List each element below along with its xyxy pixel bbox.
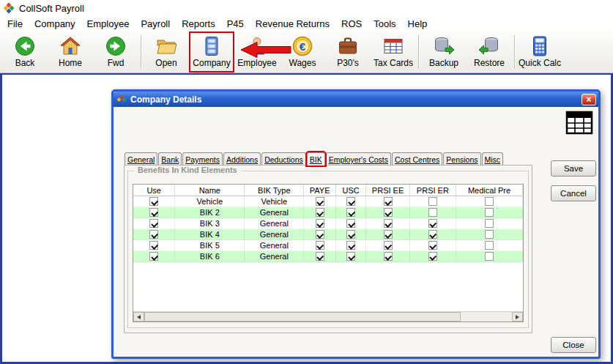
- toolbar-p30-s-button[interactable]: P30's: [326, 32, 370, 72]
- toolbar-tax-cards-button[interactable]: Tax Cards: [371, 32, 415, 72]
- cell-paye[interactable]: [304, 240, 336, 251]
- usc-checkbox[interactable]: [346, 252, 355, 261]
- scrollbar-thumb[interactable]: [144, 312, 461, 322]
- medical-prem-checkbox[interactable]: [485, 197, 494, 206]
- cell-bik-type[interactable]: Vehicle: [245, 196, 304, 207]
- cell-name[interactable]: BIK 3: [175, 218, 245, 229]
- scrollbar-track[interactable]: [144, 312, 512, 322]
- tab-general[interactable]: General: [125, 152, 157, 166]
- tab-bank[interactable]: Bank: [158, 152, 182, 166]
- prsi-er-checkbox[interactable]: [428, 208, 437, 217]
- paye-checkbox[interactable]: [316, 197, 324, 206]
- cell-medical-prem[interactable]: [456, 229, 523, 240]
- toolbar-home-button[interactable]: Home: [48, 32, 92, 72]
- prsi-er-checkbox[interactable]: [428, 241, 437, 250]
- cell-use[interactable]: [133, 229, 175, 240]
- usc-checkbox[interactable]: [346, 230, 355, 239]
- prsi-ee-checkbox[interactable]: [384, 241, 393, 250]
- cancel-button[interactable]: Cancel: [551, 185, 596, 201]
- cell-paye[interactable]: [304, 218, 336, 229]
- table-row[interactable]: VehicleVehicle: [133, 196, 523, 207]
- usc-checkbox[interactable]: [346, 197, 355, 206]
- close-icon[interactable]: ×: [582, 94, 596, 105]
- cell-usc[interactable]: [336, 240, 367, 251]
- cell-prsi-er[interactable]: [410, 218, 456, 229]
- medical-prem-checkbox[interactable]: [485, 208, 494, 217]
- medical-prem-checkbox[interactable]: [485, 252, 494, 261]
- cell-use[interactable]: [133, 207, 175, 218]
- paye-checkbox[interactable]: [316, 252, 324, 261]
- cell-bik-type[interactable]: General: [245, 240, 304, 251]
- tab-payments[interactable]: Payments: [182, 152, 223, 166]
- horizontal-scrollbar[interactable]: [133, 311, 523, 322]
- tab-pensions[interactable]: Pensions: [443, 152, 480, 166]
- menu-p45[interactable]: P45: [221, 17, 250, 31]
- toolbar-company-button[interactable]: Company: [190, 32, 234, 72]
- prsi-ee-checkbox[interactable]: [384, 197, 393, 206]
- tab-additions[interactable]: Additions: [223, 152, 261, 166]
- save-button[interactable]: Save: [551, 160, 596, 177]
- prsi-er-checkbox[interactable]: [428, 252, 437, 261]
- use-checkbox[interactable]: [149, 219, 158, 228]
- cell-medical-prem[interactable]: [456, 251, 523, 262]
- toolbar-fwd-button[interactable]: Fwd: [94, 32, 138, 72]
- prsi-ee-checkbox[interactable]: [384, 252, 393, 261]
- menu-employee[interactable]: Employee: [81, 17, 135, 31]
- cell-medical-prem[interactable]: [456, 207, 523, 218]
- cell-usc[interactable]: [336, 207, 367, 218]
- prsi-er-checkbox[interactable]: [428, 197, 437, 206]
- menu-company[interactable]: Company: [29, 17, 81, 31]
- cell-prsi-er[interactable]: [410, 207, 456, 218]
- table-row[interactable]: BIK 5General: [133, 240, 523, 251]
- cell-name[interactable]: BIK 5: [175, 240, 245, 251]
- tab-deductions[interactable]: Deductions: [261, 152, 306, 166]
- cell-prsi-er[interactable]: [410, 240, 456, 251]
- menu-file[interactable]: File: [1, 17, 29, 31]
- cell-bik-type[interactable]: General: [245, 207, 304, 218]
- cell-bik-type[interactable]: General: [245, 229, 304, 240]
- toolbar-back-button[interactable]: Back: [3, 32, 47, 72]
- cell-paye[interactable]: [304, 196, 336, 207]
- medical-prem-checkbox[interactable]: [485, 241, 494, 250]
- menu-reports[interactable]: Reports: [176, 17, 221, 31]
- cell-paye[interactable]: [304, 251, 336, 262]
- menu-payroll[interactable]: Payroll: [135, 17, 176, 31]
- paye-checkbox[interactable]: [316, 241, 324, 250]
- cell-prsi-ee[interactable]: [366, 240, 409, 251]
- cell-name[interactable]: BIK 6: [175, 251, 245, 262]
- prsi-er-checkbox[interactable]: [428, 230, 437, 239]
- cell-medical-prem[interactable]: [456, 196, 523, 207]
- usc-checkbox[interactable]: [346, 208, 355, 217]
- table-row[interactable]: BIK 4General: [133, 229, 523, 240]
- usc-checkbox[interactable]: [346, 241, 355, 250]
- cell-medical-prem[interactable]: [456, 218, 523, 229]
- prsi-ee-checkbox[interactable]: [384, 208, 393, 217]
- menu-help[interactable]: Help: [402, 17, 434, 31]
- use-checkbox[interactable]: [149, 252, 158, 261]
- cell-bik-type[interactable]: General: [245, 218, 304, 229]
- cell-use[interactable]: [133, 251, 175, 262]
- cell-medical-prem[interactable]: [456, 240, 523, 251]
- tab-employer-s-costs[interactable]: Employer's Costs: [326, 152, 391, 166]
- use-checkbox[interactable]: [149, 208, 158, 217]
- cell-prsi-ee[interactable]: [366, 218, 409, 229]
- medical-prem-checkbox[interactable]: [485, 219, 494, 228]
- cell-name[interactable]: Vehicle: [175, 196, 245, 207]
- cell-use[interactable]: [133, 218, 175, 229]
- table-row[interactable]: BIK 6General: [133, 251, 523, 262]
- toolbar-backup-button[interactable]: Backup: [422, 32, 466, 72]
- toolbar-restore-button[interactable]: Restore: [467, 32, 511, 72]
- cell-prsi-ee[interactable]: [366, 196, 409, 207]
- cell-prsi-er[interactable]: [410, 229, 456, 240]
- prsi-er-checkbox[interactable]: [428, 219, 437, 228]
- paye-checkbox[interactable]: [316, 208, 324, 217]
- cell-usc[interactable]: [336, 251, 367, 262]
- table-row[interactable]: BIK 2General: [133, 207, 523, 218]
- toolbar-employee-button[interactable]: Employee: [235, 32, 279, 72]
- paye-checkbox[interactable]: [316, 219, 324, 228]
- tab-cost-centres[interactable]: Cost Centres: [392, 152, 442, 166]
- prsi-ee-checkbox[interactable]: [384, 219, 393, 228]
- cell-prsi-er[interactable]: [410, 251, 456, 262]
- use-checkbox[interactable]: [149, 197, 158, 206]
- menu-revenue-returns[interactable]: Revenue Returns: [250, 17, 335, 31]
